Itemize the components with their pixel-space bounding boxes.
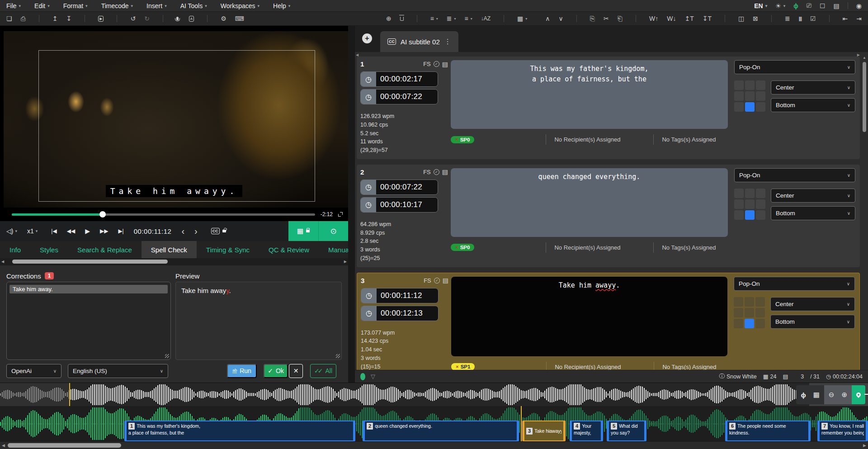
reject-button[interactable]: ✕ bbox=[289, 364, 303, 378]
skip-end-button[interactable]: ▶| bbox=[118, 228, 123, 234]
speed-control[interactable]: x1▾ bbox=[27, 227, 38, 235]
timeline-block[interactable]: 6The people need somekindness. bbox=[725, 421, 811, 441]
timeline-block[interactable]: 5What didyou say? bbox=[607, 421, 646, 441]
remove-tag-icon[interactable]: ✕ bbox=[455, 246, 458, 250]
line-down-icon[interactable]: ↧T bbox=[703, 15, 712, 22]
line-up-icon[interactable]: ↥T bbox=[684, 15, 693, 22]
corrections-list[interactable]: Take him away. bbox=[6, 282, 171, 360]
save-icon[interactable]: ⎙ bbox=[21, 15, 26, 23]
preview-box[interactable]: Take him awayy. bbox=[175, 282, 342, 360]
expand-icon[interactable] bbox=[338, 212, 343, 217]
vertical-scrollbar[interactable]: ▲ bbox=[862, 56, 867, 368]
word-down-icon[interactable]: W↓ bbox=[667, 15, 676, 22]
subtitle-text-editor[interactable]: Take him awayy. bbox=[451, 277, 727, 356]
align-center-icon[interactable]: ≣▾ bbox=[447, 15, 456, 22]
event-row-3-selected[interactable]: 3 FS✓▤ ◷00:00:11:12 ◷00:00:12:13 173.077… bbox=[357, 273, 860, 370]
location-pin-icon[interactable] bbox=[855, 392, 862, 398]
menu-file[interactable]: File▾ bbox=[6, 2, 21, 9]
style-select[interactable]: Pop-On∨ bbox=[734, 60, 855, 74]
start-timecode-input[interactable]: ◷00:00:02:17 bbox=[360, 71, 438, 87]
next-event-button[interactable]: › bbox=[194, 226, 198, 236]
add-document-button[interactable]: + bbox=[362, 33, 372, 43]
scroll-right-icon[interactable]: ▶ bbox=[344, 260, 347, 264]
recipient-label[interactable]: No Recipient(s) Assigned bbox=[546, 134, 653, 145]
play-button[interactable]: ▶ bbox=[85, 227, 90, 235]
grid-view-icon[interactable]: ▦▾ bbox=[517, 15, 527, 22]
engine-select[interactable]: OpenAi∨ bbox=[6, 364, 61, 378]
check-circle-icon[interactable]: ✓ bbox=[434, 278, 440, 284]
prev-event-button[interactable]: ‹ bbox=[181, 226, 184, 236]
move-down-icon[interactable]: ∨ bbox=[559, 15, 563, 22]
paste-icon[interactable]: ⎘ bbox=[590, 15, 595, 23]
undo-icon[interactable]: ↺ bbox=[130, 15, 136, 22]
align-right-icon[interactable]: ≡▾ bbox=[465, 15, 472, 22]
timeline-block[interactable]: 7You know, I reallyremember you being bbox=[817, 421, 868, 441]
add-event-icon[interactable]: ⊕ bbox=[386, 15, 392, 22]
position-grid[interactable] bbox=[734, 189, 765, 220]
keyboard-icon[interactable]: ⌨ bbox=[235, 15, 244, 22]
speaker-tag[interactable]: ✕SP0 bbox=[451, 136, 474, 143]
tab-qc-review[interactable]: QC & Review bbox=[259, 241, 319, 258]
start-timecode-input[interactable]: ◷00:00:07:22 bbox=[360, 180, 438, 195]
menu-workspaces[interactable]: Workspaces▾ bbox=[221, 2, 259, 9]
valign-select[interactable]: Bottom∨ bbox=[771, 98, 855, 112]
tabs-scrollbar[interactable]: ◀ ▶ bbox=[0, 258, 348, 265]
zoom-in-icon[interactable]: ⊕ bbox=[841, 391, 847, 399]
fullscreen-icon[interactable]: ☐ bbox=[820, 2, 826, 9]
tab-search-replace[interactable]: Search & Replace bbox=[68, 241, 142, 258]
menu-format[interactable]: Format▾ bbox=[63, 2, 88, 9]
end-timecode-input[interactable]: ◷00:00:10:17 bbox=[360, 197, 438, 213]
timeline-block[interactable]: 4Yourmajesty, bbox=[570, 421, 603, 441]
export-icon[interactable]: ↧ bbox=[66, 15, 72, 22]
move-up-icon[interactable]: ∧ bbox=[545, 15, 550, 22]
scroll-left-icon[interactable]: ◀ bbox=[356, 53, 359, 57]
style-select[interactable]: Pop-On∨ bbox=[734, 168, 855, 182]
subtitle-text-editor[interactable]: queen changed everything. bbox=[451, 168, 728, 237]
remove-tag-icon[interactable]: ✕ bbox=[456, 365, 459, 369]
filter-icon[interactable]: ▽ bbox=[371, 373, 375, 380]
preview-eye-button[interactable]: ⊙ bbox=[318, 221, 348, 241]
timeline-waveform[interactable]: 1This was my father's kingdom,a place of… bbox=[0, 406, 868, 441]
keyboard-shortcuts-icon[interactable]: ▤ bbox=[783, 373, 788, 380]
check-circle-icon[interactable]: ✓ bbox=[434, 61, 439, 67]
scroll-right-icon[interactable]: ▶ bbox=[857, 53, 860, 57]
notes-icon[interactable]: ▤ bbox=[834, 2, 840, 9]
scroll-left-icon[interactable]: ◀ bbox=[2, 443, 5, 448]
microphone-icon[interactable] bbox=[176, 17, 180, 20]
valign-select[interactable]: Bottom∨ bbox=[770, 315, 855, 329]
menu-insert[interactable]: Insert▾ bbox=[146, 2, 167, 9]
tab-timing-sync[interactable]: Timing & Sync bbox=[197, 241, 259, 258]
snap-start-icon[interactable]: ⇤ bbox=[843, 15, 848, 22]
rewind-button[interactable]: ◀◀ bbox=[67, 228, 75, 234]
monitor-icon[interactable]: ⎚ bbox=[807, 2, 811, 9]
menu-edit[interactable]: Edit▾ bbox=[34, 2, 50, 9]
video-player[interactable]: Take him awayy. -2:12 bbox=[0, 26, 348, 221]
timeline-block[interactable]: 3Take himawayy. bbox=[522, 421, 566, 441]
align-left-icon[interactable]: ≡▾ bbox=[430, 15, 438, 22]
skip-start-button[interactable]: |◀ bbox=[51, 228, 57, 234]
export-video-icon[interactable]: ▶ bbox=[98, 16, 104, 22]
timeline-scrollbar[interactable]: ◀ ▶ bbox=[0, 441, 868, 449]
panel-divider[interactable] bbox=[348, 26, 354, 383]
film-icon[interactable]: ▦ bbox=[813, 391, 820, 399]
event-row-1[interactable]: 1 FS✓▤ ◷00:00:02:17 ◷00:00:07:22 126.923… bbox=[357, 57, 860, 159]
accept-all-button[interactable]: ✓✓All bbox=[310, 364, 336, 378]
recipient-label[interactable]: No Recipient(s) Assigned bbox=[546, 362, 654, 370]
open-folder-icon[interactable]: ❏ bbox=[6, 15, 12, 22]
merge-event-icon[interactable]: ⊠ bbox=[753, 15, 758, 22]
position-grid[interactable] bbox=[734, 297, 765, 329]
columns-icon[interactable]: ||| bbox=[799, 16, 802, 21]
split-view-icon[interactable]: ɸ bbox=[801, 391, 806, 399]
volume-control[interactable]: ◁)▾ bbox=[6, 227, 17, 235]
note-icon[interactable]: ▤ bbox=[442, 61, 448, 68]
event-row-2[interactable]: 2 FS✓▤ ◷00:00:07:22 ◷00:00:10:17 64.286 … bbox=[357, 165, 860, 267]
import-icon[interactable]: ↥ bbox=[52, 15, 58, 22]
speaker-tag[interactable]: ✕SP1 bbox=[451, 363, 475, 370]
halign-select[interactable]: Center∨ bbox=[770, 297, 855, 311]
film-lock-button[interactable]: ▦ bbox=[288, 221, 318, 241]
sort-icon[interactable]: ↓AZ bbox=[481, 15, 491, 22]
timeline-block[interactable]: 2queen changed everything. bbox=[363, 421, 519, 441]
cut-icon[interactable]: ✂ bbox=[604, 15, 609, 22]
word-up-icon[interactable]: W↑ bbox=[649, 15, 658, 22]
end-timecode-input[interactable]: ◷00:00:12:13 bbox=[361, 306, 439, 321]
